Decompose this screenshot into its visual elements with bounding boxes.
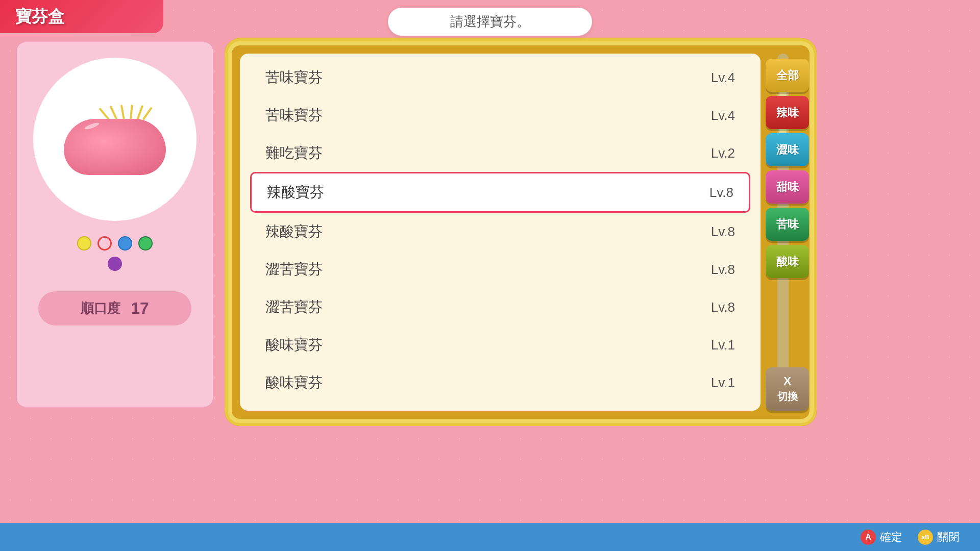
item-level: Lv.4: [711, 108, 735, 123]
item-name: 酸味寶芬: [265, 373, 323, 392]
item-level: Lv.4: [711, 70, 735, 86]
main-box: 苦味寶芬 Lv.4 苦味寶芬 Lv.4 難吃寶芬 Lv.2 辣酸寶芬 Lv.8 …: [225, 38, 817, 426]
a-button-icon: A: [861, 530, 876, 545]
list-item[interactable]: 澀苦寶芬 Lv.8: [250, 251, 750, 288]
confirm-label: 確定: [880, 530, 902, 545]
b-button-icon: aB: [918, 530, 933, 545]
filter-btn-spicy[interactable]: 辣味: [766, 96, 809, 129]
dot-yellow: [77, 236, 91, 251]
item-level: Lv.1: [711, 375, 735, 391]
list-item[interactable]: 酸味寶芬 Lv.1: [250, 326, 750, 364]
x-icon: X: [783, 374, 791, 388]
switch-label: 切換: [777, 390, 798, 404]
creature-display: [33, 58, 197, 221]
list-inner[interactable]: 苦味寶芬 Lv.4 苦味寶芬 Lv.4 難吃寶芬 Lv.2 辣酸寶芬 Lv.8 …: [240, 54, 761, 411]
list-item[interactable]: 辣酸寶芬 Lv.8: [250, 172, 750, 213]
palatability-bar: 順口度 17: [38, 291, 191, 325]
item-level: Lv.8: [709, 185, 733, 201]
item-level: Lv.1: [711, 337, 735, 353]
dot-purple: [108, 257, 122, 271]
item-name: 酸味寶芬: [265, 335, 323, 355]
dot-blue: [118, 236, 132, 251]
list-item[interactable]: 酸味寶芬 Lv.1: [250, 364, 750, 402]
prompt-text: 請選擇寶芬。: [450, 14, 530, 29]
item-level: Lv.2: [711, 145, 735, 161]
switch-button[interactable]: X 切換: [766, 367, 809, 411]
close-label: 關閉: [937, 530, 960, 545]
filter-btn-sweet[interactable]: 甜味: [766, 170, 809, 204]
dots-container: [74, 236, 156, 271]
filter-btn-bitter[interactable]: 苦味: [766, 208, 809, 241]
item-level: Lv.8: [711, 299, 735, 315]
palatability-label: 順口度: [81, 299, 120, 317]
bottom-bar: A 確定 aB 關閉: [0, 523, 980, 551]
close-button[interactable]: aB 關閉: [918, 530, 960, 545]
title-bar: 寶芬盒: [0, 0, 163, 33]
item-name: 澀苦寶芬: [265, 297, 323, 317]
item-name: 辣酸寶芬: [265, 222, 323, 241]
prompt-bar: 請選擇寶芬。: [388, 8, 592, 36]
item-name: 苦味寶芬: [265, 68, 323, 87]
creature-bun: [59, 104, 171, 175]
filter-buttons: 全部辣味澀味甜味苦味酸味 X 切換: [766, 54, 817, 411]
bun-body: [64, 119, 166, 175]
list-container[interactable]: 苦味寶芬 Lv.4 苦味寶芬 Lv.4 難吃寶芬 Lv.2 辣酸寶芬 Lv.8 …: [240, 54, 761, 411]
confirm-button[interactable]: A 確定: [861, 530, 902, 545]
item-name: 苦味寶芬: [265, 106, 323, 125]
palatability-value: 17: [131, 299, 149, 318]
dot-red: [97, 236, 112, 251]
left-panel: 順口度 17: [15, 41, 214, 408]
list-item[interactable]: 難吃寶芬 Lv.2: [250, 134, 750, 172]
list-item[interactable]: 澀苦寶芬 Lv.8: [250, 288, 750, 326]
list-item[interactable]: 苦味寶芬 Lv.4: [250, 59, 750, 96]
item-level: Lv.8: [711, 262, 735, 278]
list-item[interactable]: 辣酸寶芬 Lv.8: [250, 213, 750, 251]
dot-green: [138, 236, 153, 251]
item-name: 辣酸寶芬: [267, 183, 324, 202]
filter-btn-astringent[interactable]: 澀味: [766, 133, 809, 166]
list-item[interactable]: 苦味寶芬 Lv.4: [250, 96, 750, 134]
page-title: 寶芬盒: [15, 6, 64, 28]
item-name: 澀苦寶芬: [265, 260, 323, 279]
item-name: 難吃寶芬: [265, 143, 323, 163]
filter-btn-sour[interactable]: 酸味: [766, 245, 809, 278]
item-level: Lv.8: [711, 224, 735, 240]
filter-btn-all[interactable]: 全部: [766, 59, 809, 92]
